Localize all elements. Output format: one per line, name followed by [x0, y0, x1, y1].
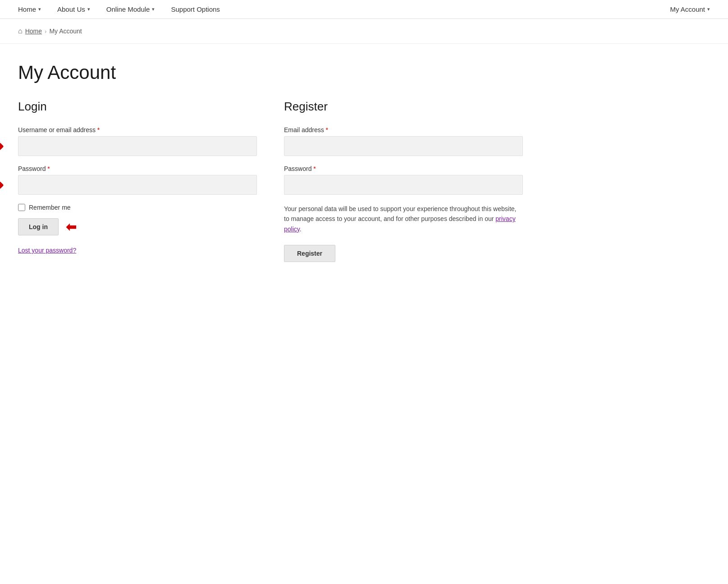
remember-me-checkbox[interactable] [18, 204, 25, 211]
username-label: Username or email address * [18, 126, 257, 133]
login-button[interactable]: Log in [18, 218, 59, 235]
columns-container: Login Username or email address * ➜ Pass… [18, 100, 523, 262]
nav-home-chevron: ▾ [38, 6, 41, 12]
main-content: My Account Login Username or email addre… [0, 44, 541, 289]
privacy-text: Your personal data will be used to suppo… [284, 204, 523, 234]
register-button[interactable]: Register [284, 245, 335, 262]
nav-item-support[interactable]: Support Options [171, 5, 220, 13]
nav-item-online-module[interactable]: Online Module ▾ [106, 5, 155, 13]
register-title: Register [284, 100, 523, 114]
username-arrow-icon: ➜ [0, 139, 4, 154]
nav-myaccount-chevron: ▾ [707, 6, 710, 12]
page-title: My Account [18, 62, 523, 83]
nav-support-label: Support Options [171, 5, 220, 13]
nav-online-label: Online Module [106, 5, 150, 13]
breadcrumb: ⌂ Home › My Account [0, 19, 728, 44]
register-email-label: Email address * [284, 126, 523, 133]
register-email-input-wrapper [284, 136, 523, 156]
password-arrow-icon: ➜ [0, 178, 4, 193]
login-column: Login Username or email address * ➜ Pass… [18, 100, 257, 262]
username-required: * [97, 126, 100, 133]
password-input-wrapper: ➜ [18, 175, 257, 195]
password-input[interactable] [18, 175, 257, 195]
password-required: * [47, 165, 50, 172]
login-button-row: Log in ⬅ [18, 218, 257, 235]
username-input-wrapper: ➜ [18, 136, 257, 156]
register-password-input[interactable] [284, 175, 523, 195]
breadcrumb-separator: › [45, 28, 46, 35]
login-title: Login [18, 100, 257, 114]
nav-item-about[interactable]: About Us ▾ [57, 5, 90, 13]
nav-about-chevron: ▾ [87, 6, 90, 12]
remember-me-label: Remember me [29, 204, 71, 211]
register-password-field-group: Password * [284, 165, 523, 195]
register-password-input-wrapper [284, 175, 523, 195]
breadcrumb-current: My Account [49, 28, 82, 35]
register-password-required: * [313, 165, 316, 172]
nav-about-label: About Us [57, 5, 85, 13]
register-email-field-group: Email address * [284, 126, 523, 156]
nav-online-chevron: ▾ [152, 6, 155, 12]
remember-me-row: Remember me [18, 204, 257, 211]
nav-item-myaccount[interactable]: My Account ▾ [670, 5, 710, 13]
nav-home-label: Home [18, 5, 36, 13]
nav-item-home[interactable]: Home ▾ [18, 5, 41, 13]
lost-password-link[interactable]: Lost your password? [18, 247, 76, 254]
register-email-input[interactable] [284, 136, 523, 156]
username-input[interactable] [18, 136, 257, 156]
login-button-arrow-icon: ⬅ [66, 220, 76, 235]
breadcrumb-home-link[interactable]: Home [25, 28, 42, 35]
register-column: Register Email address * Password * [284, 100, 523, 262]
register-password-label: Password * [284, 165, 523, 172]
home-icon: ⌂ [18, 27, 23, 35]
password-label: Password * [18, 165, 257, 172]
nav-myaccount-label: My Account [670, 5, 705, 13]
main-nav: Home ▾ About Us ▾ Online Module ▾ Suppor… [0, 0, 728, 19]
username-field-group: Username or email address * ➜ [18, 126, 257, 156]
register-email-required: * [326, 126, 328, 133]
password-field-group: Password * ➜ [18, 165, 257, 195]
